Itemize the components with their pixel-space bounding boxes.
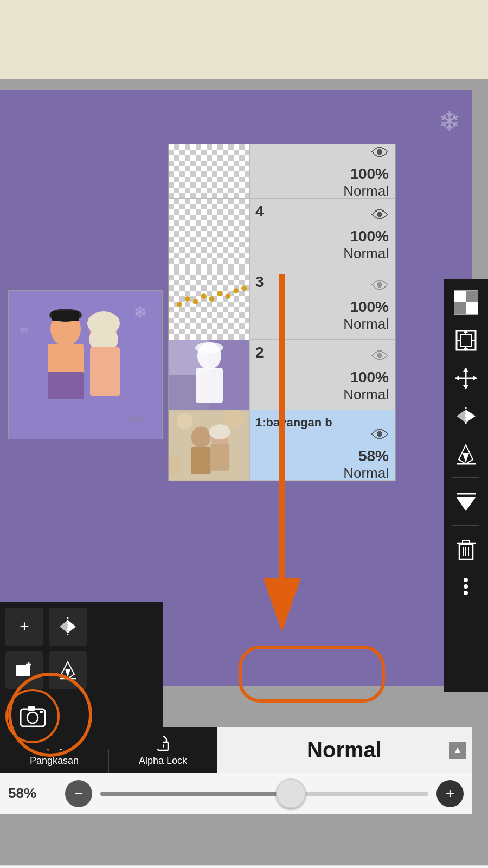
layer-2-number: 2 [255, 344, 264, 361]
blend-mode-scroll[interactable]: ▲ [449, 742, 466, 759]
svg-marker-62 [463, 453, 469, 463]
svg-rect-40 [454, 302, 466, 315]
layer-4-info: 4 👁 100% Normal [250, 199, 395, 269]
svg-rect-11 [90, 347, 120, 396]
layer-top-eye-icon[interactable]: 👁 [371, 144, 389, 163]
layer-4-number: 4 [255, 203, 264, 220]
layer-top-info: 👁 100% Normal [250, 144, 395, 198]
layer-top-thumbnail [169, 144, 250, 199]
layer-row-2[interactable]: 2 👁 100% Normal [169, 340, 395, 410]
opacity-slider-row: 58% − + [0, 773, 472, 814]
layer-1-eye-icon[interactable]: 👁 [371, 425, 389, 445]
alpha-lock-label: Alpha Lock [139, 755, 187, 767]
layer-1-info: 1:bayangan b 👁 58% Normal [250, 410, 395, 480]
illustration-svg: ❄ ❄ utye [9, 291, 163, 439]
layer-3-opacity: 100% [350, 298, 389, 316]
svg-point-73 [464, 591, 468, 595]
svg-point-15 [185, 296, 190, 302]
svg-rect-5 [52, 311, 79, 321]
layer-row-4[interactable]: 4 👁 100% Normal [169, 199, 395, 269]
checkerboard-pattern [169, 144, 249, 199]
move-down-icon[interactable] [450, 487, 482, 516]
flip-horizontal-icon[interactable] [450, 401, 482, 431]
svg-marker-53 [463, 368, 468, 372]
bottom-toolbar: 1.0 [0, 865, 488, 868]
flip-layer-button[interactable] [49, 608, 87, 646]
layer-1-fullname: 1:bayangan b [255, 416, 332, 430]
svg-rect-85 [28, 706, 35, 711]
svg-marker-58 [457, 410, 466, 423]
layer-2-eye-icon[interactable]: 👁 [371, 347, 389, 367]
toolbar-divider-2 [452, 525, 479, 526]
svg-text:utye: utye [128, 414, 143, 423]
layer-1-opacity: 58% [358, 448, 389, 465]
toolbar-divider [452, 477, 479, 478]
checkerboard-icon[interactable] [450, 288, 482, 317]
layer-3-info: 3 👁 100% Normal [250, 269, 395, 339]
svg-marker-75 [60, 620, 68, 633]
layer-1-blend: Normal [343, 465, 389, 482]
opacity-slider-thumb[interactable] [276, 778, 306, 808]
layer-2-blend: Normal [343, 386, 389, 403]
layer-4-thumbnail [169, 199, 250, 269]
layer-4-blend: Normal [343, 245, 389, 262]
layer-1-thumbnail [169, 410, 250, 481]
layer-4-eye-icon[interactable]: 👁 [371, 206, 389, 226]
svg-point-36 [209, 424, 231, 439]
more-options-icon[interactable] [450, 572, 482, 602]
svg-marker-54 [463, 385, 468, 389]
blend-mode-label: Normal [307, 738, 382, 762]
svg-point-21 [233, 288, 239, 293]
svg-text:❄: ❄ [20, 324, 29, 336]
move-icon[interactable] [450, 363, 482, 393]
canvas-area: ❄ ❄ ❄ [0, 79, 488, 868]
top-bar [0, 0, 488, 79]
layer-top-blend: Normal [343, 183, 389, 199]
add-layer-button[interactable]: + [5, 608, 43, 646]
blend-mode-selector[interactable]: Normal ▲ [217, 727, 472, 773]
right-toolbar [444, 279, 488, 692]
svg-rect-44 [460, 335, 472, 346]
controls-row-1: + [5, 608, 157, 646]
svg-rect-86 [40, 711, 43, 713]
align-bottom-ctrl-button[interactable] [49, 651, 87, 689]
svg-marker-59 [466, 410, 476, 423]
camera-button[interactable] [5, 689, 60, 743]
svg-marker-76 [68, 620, 76, 633]
add-mask-button[interactable] [5, 651, 43, 689]
layer-2-thumbnail [169, 340, 250, 410]
illustration-preview: ❄ ❄ utye [8, 290, 163, 439]
svg-rect-34 [191, 447, 211, 474]
layer-2-info: 2 👁 100% Normal [250, 340, 395, 410]
svg-rect-41 [466, 302, 478, 315]
svg-rect-27 [196, 368, 223, 403]
svg-point-71 [464, 578, 468, 582]
svg-marker-63 [457, 497, 476, 511]
svg-point-20 [225, 293, 230, 299]
svg-point-19 [217, 291, 222, 296]
svg-text:❄: ❄ [133, 303, 147, 321]
layer-3-eye-icon[interactable]: 👁 [371, 276, 389, 296]
svg-marker-82 [65, 669, 70, 678]
layer-1-svg [169, 410, 249, 481]
svg-point-30 [177, 413, 193, 429]
svg-point-72 [464, 584, 468, 589]
opacity-slider-fill [100, 792, 291, 796]
layer-row-top[interactable]: 👁 100% Normal [169, 144, 395, 199]
layer-3-svg [169, 269, 249, 340]
illustration-inner: ❄ ❄ utye [9, 291, 162, 439]
opacity-value-label: 58% [8, 785, 57, 802]
opacity-slider-track[interactable] [100, 792, 428, 796]
opacity-decrease-button[interactable]: − [65, 780, 92, 807]
svg-marker-55 [455, 375, 459, 381]
layer-row-3[interactable]: 3 👁 100% Normal [169, 269, 395, 340]
delete-layer-icon[interactable] [450, 534, 482, 564]
layer-top-opacity: 100% [350, 165, 389, 183]
align-bottom-icon[interactable] [450, 439, 482, 469]
transform-icon[interactable] [450, 326, 482, 355]
svg-point-14 [177, 302, 182, 307]
layer-row-1[interactable]: 1:bayangan b 👁 58% Normal [169, 410, 395, 481]
opacity-increase-button[interactable]: + [436, 780, 464, 807]
snowflake-decoration: ❄ [438, 106, 461, 137]
pangkasan-label: Pangkasan [30, 755, 79, 767]
